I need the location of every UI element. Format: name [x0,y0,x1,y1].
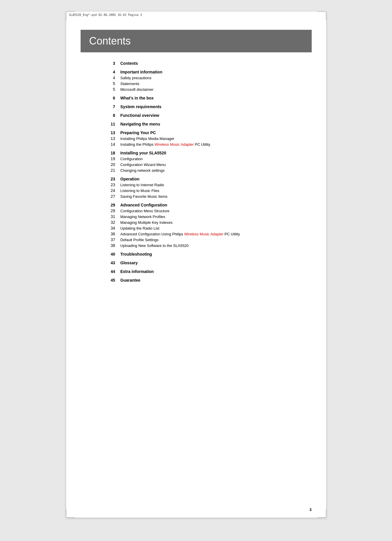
corner-decoration [66,12,66,20]
toc-page-num: 13 [104,130,115,135]
toc-page-num: 6 [104,96,115,100]
toc-entry-advanced-config-wma: 36 Advanced Configuration Using Philips … [104,232,289,236]
toc-entry-configuration: 19 Configuration [104,156,289,161]
page-title: Contents [89,35,303,47]
toc-entry-contents: 3 Contents [104,61,289,66]
toc-entry-extra-information: 44 Extra information [104,269,289,274]
toc-page-num: 38 [104,243,115,248]
corner-decoration [326,12,326,20]
toc-entry-title: Navigating the menu [120,122,160,126]
corner-decoration [66,509,66,518]
corner-decoration [66,12,75,12]
toc-container: 3 Contents 4 Important information 4 Saf… [81,52,312,301]
toc-entry-advanced-config: 29 Advanced Configuration [104,203,289,207]
toc-entry-title: Glossary [120,261,138,265]
toc-page-num: 43 [104,261,115,265]
toc-entry-title: Important information [120,70,162,74]
toc-entry-title: Preparing Your PC [120,130,156,135]
toc-entry-config-menu-structure: 29 Configuration Menu Structure [104,208,289,213]
toc-entry-title: Configuration Menu Structure [120,209,170,213]
footer-page-number: 3 [309,507,311,512]
toc-entry-important-info: 4 Important information [104,70,289,74]
toc-entry-network-profiles: 31 Managing Network Profiles [104,214,289,219]
toc-page-num: 4 [104,70,115,74]
corner-decoration [317,517,326,518]
corner-decoration [317,12,326,12]
toc-entry-title: Updating the Radio List [120,226,159,230]
toc-entry-system-requirements: 7 System requirements [104,104,289,109]
toc-entry-title: Managing Multiple Key Indexes [120,220,173,225]
toc-page-num: 3 [104,61,115,66]
toc-entry-title: Installing Philips Media Manager [120,136,174,141]
toc-entry-microsoft-disclaimer: 5 Microsoft disclaimer [104,87,289,92]
toc-entry-troubleshooting: 40 Troubleshooting [104,252,289,256]
toc-entry-preparing-pc: 13 Preparing Your PC [104,130,289,135]
toc-page-num: 32 [104,220,115,225]
toc-page-num: 27 [104,194,115,199]
toc-page-num: 7 [104,104,115,109]
toc-page-num: 14 [104,142,115,147]
toc-page-num: 44 [104,269,115,274]
toc-page-num: 4 [104,75,115,80]
toc-page-num: 11 [104,122,115,126]
toc-entry-installing-media-manager: 13 Installing Philips Media Manager [104,136,289,141]
toc-entry-title: Microsoft disclaimer [120,87,154,92]
toc-entry-glossary: 43 Glossary [104,261,289,265]
toc-page-num: 19 [104,156,115,161]
toc-entry-title: Functional overview [120,113,159,118]
toc-entry-title: What's in the box [120,96,154,100]
toc-page-num: 5 [104,87,115,92]
toc-entry-music-files: 24 Listening to Music Files [104,188,289,193]
toc-page-num: 31 [104,214,115,219]
toc-entry-config-wizard-menu: 20 Configuration Wizard Menu [104,162,289,167]
toc-entry-whats-in-box: 6 What's in the box [104,96,289,100]
toc-entry-operation: 23 Operation [104,177,289,181]
toc-entry-guarantee: 45 Guarantee [104,278,289,282]
toc-entry-title: Contents [120,61,138,66]
toc-page-num: 40 [104,252,115,256]
toc-page-num: 13 [104,136,115,141]
toc-entry-title: Listening to Internet Radio [120,183,164,187]
corner-decoration [66,517,75,518]
toc-entry-title: Statements [120,82,140,86]
toc-entry-title: Default Profile Settings [120,238,159,242]
toc-page-num: 18 [104,151,115,155]
highlight-wireless-music-adapter: Wireless Music Adapter [155,142,194,147]
toc-page-num: 23 [104,182,115,187]
page: SLA5520_Eng*.qxd 02-06-2005 16:43 Pagina… [66,12,326,518]
toc-entry-title: Guarantee [120,278,140,282]
toc-entry-default-profile: 37 Default Profile Settings [104,237,289,242]
toc-entry-title: Uploading New Software to the SLA5520 [120,243,189,248]
toc-entry-installing-wma-utility: 14 Installing the Philips Wireless Music… [104,142,289,147]
toc-entry-saving-favorites: 27 Saving Favorite Music Items [104,194,289,199]
toc-page-num: 36 [104,232,115,236]
toc-page-num: 20 [104,162,115,167]
toc-entry-title: Advanced Configuration [120,203,168,207]
highlight-wireless-music-adapter-2: Wireless Music Adapter [184,232,224,236]
toc-entry-title: Configuration [120,157,143,161]
toc-entry-title: Troubleshooting [120,252,152,256]
file-info: SLA5520_Eng*.qxd 02-06-2005 16:43 Pagina… [66,12,326,18]
toc-entry-title: Configuration Wizard Menu [120,163,166,167]
toc-page-num: 21 [104,168,115,173]
toc-page-num: 8 [104,113,115,118]
toc-entry-functional-overview: 8 Functional overview [104,113,289,118]
toc-entry-title: Installing the Philips Wireless Music Ad… [120,142,210,147]
toc-entry-updating-radio-list: 34 Updating the Radio List [104,226,289,230]
toc-page-num: 34 [104,226,115,230]
toc-page-num: 29 [104,208,115,213]
toc-entry-safety: 4 Safety precautions [104,75,289,80]
corner-decoration [326,509,326,518]
toc-entry-title: Installing your SLA5520 [120,151,166,155]
toc-entry-key-indexes: 32 Managing Multiple Key Indexes [104,220,289,225]
toc-entry-title: Safety precautions [120,76,152,80]
toc-entry-title: Advanced Configuration Using Philips Wir… [120,232,240,236]
toc-entry-navigating-menu: 11 Navigating the menu [104,122,289,126]
toc-entry-title: Listening to Music Files [120,189,159,193]
toc-entry-installing-sla5520: 18 Installing your SLA5520 [104,151,289,155]
toc-page-num: 5 [104,81,115,86]
toc-page-num: 23 [104,177,115,181]
toc-entry-uploading-software: 38 Uploading New Software to the SLA5520 [104,243,289,248]
toc-entry-statements: 5 Statements [104,81,289,86]
title-bar: Contents [81,30,312,52]
